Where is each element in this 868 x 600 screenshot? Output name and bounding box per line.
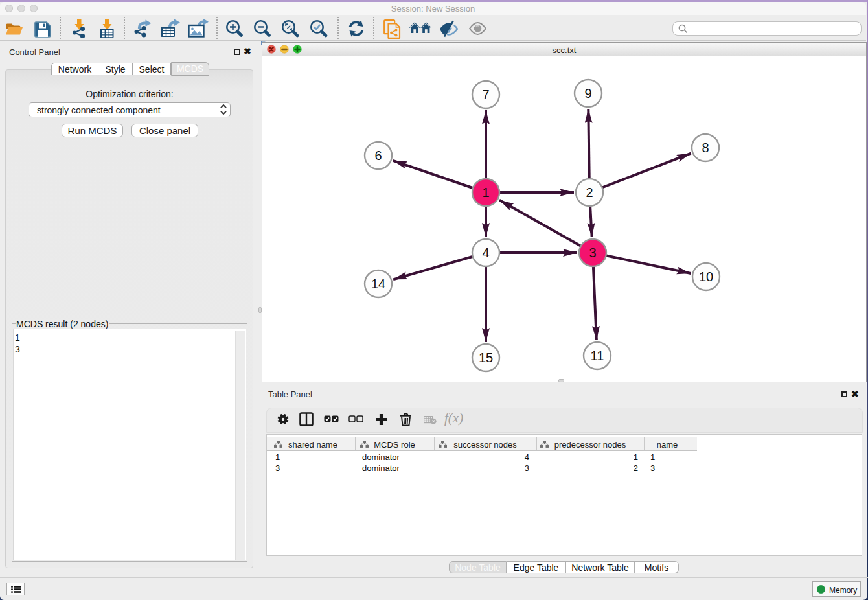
svg-text:11: 11 (591, 349, 604, 363)
svg-text:2: 2 (586, 185, 593, 200)
svg-text:10: 10 (699, 270, 713, 284)
svg-text:14: 14 (371, 277, 385, 291)
svg-text:1: 1 (482, 185, 489, 200)
svg-text:15: 15 (479, 351, 493, 365)
svg-text:9: 9 (584, 86, 591, 100)
svg-text:4: 4 (482, 246, 489, 260)
svg-text:8: 8 (702, 141, 709, 155)
svg-text:7: 7 (482, 87, 489, 102)
svg-text:3: 3 (589, 246, 596, 260)
svg-text:6: 6 (374, 148, 382, 163)
